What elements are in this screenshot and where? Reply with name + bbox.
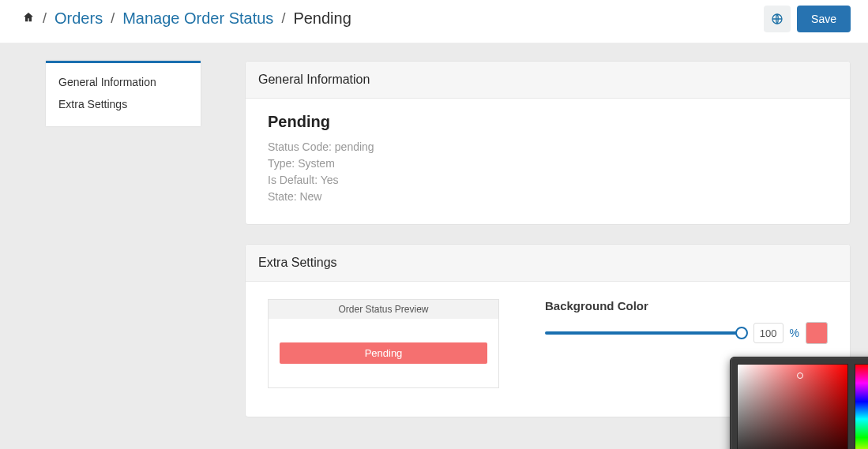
status-code: Status Code: pending xyxy=(268,139,828,155)
slider-knob[interactable] xyxy=(735,327,748,339)
breadcrumb-current: Pending xyxy=(293,9,351,28)
sidebar-item-general[interactable]: General Information xyxy=(46,71,201,93)
locale-button[interactable] xyxy=(764,6,791,32)
bgcolor-label: Background Color xyxy=(545,299,828,312)
sidebar: General Information Extra Settings xyxy=(46,61,201,126)
home-link[interactable] xyxy=(22,9,35,28)
opacity-input[interactable] xyxy=(753,323,783,343)
color-picker[interactable]: R245 H0 G112 S54.2 B112 B96.0 #f57070 xyxy=(730,357,868,449)
card-header: General Information xyxy=(246,62,850,99)
manage-link[interactable]: Manage Order Status xyxy=(122,9,273,28)
preview-box: Order Status Preview Pending xyxy=(268,299,499,388)
status-state: State: New xyxy=(268,189,828,205)
general-card: General Information Pending Status Code:… xyxy=(245,61,851,225)
status-default: Is Default: Yes xyxy=(268,172,828,189)
hue-slider[interactable] xyxy=(855,364,868,449)
breadcrumb: / Orders / Manage Order Status / Pending xyxy=(22,9,351,28)
pct-sign: % xyxy=(790,327,799,339)
status-type: Type: System xyxy=(268,155,828,172)
sv-panel[interactable] xyxy=(737,364,848,449)
status-pill: Pending xyxy=(280,342,487,364)
sidebar-item-extra[interactable]: Extra Settings xyxy=(46,93,201,115)
sep: / xyxy=(43,10,47,27)
sep: / xyxy=(111,10,115,27)
orders-link[interactable]: Orders xyxy=(54,9,103,28)
preview-label: Order Status Preview xyxy=(269,300,498,319)
save-button[interactable]: Save xyxy=(797,6,851,32)
sv-pointer[interactable] xyxy=(797,372,803,379)
sep: / xyxy=(281,10,285,27)
status-title: Pending xyxy=(268,113,828,131)
card-header: Extra Settings xyxy=(246,245,850,282)
opacity-slider[interactable] xyxy=(545,331,747,335)
bg-swatch[interactable] xyxy=(806,322,828,344)
